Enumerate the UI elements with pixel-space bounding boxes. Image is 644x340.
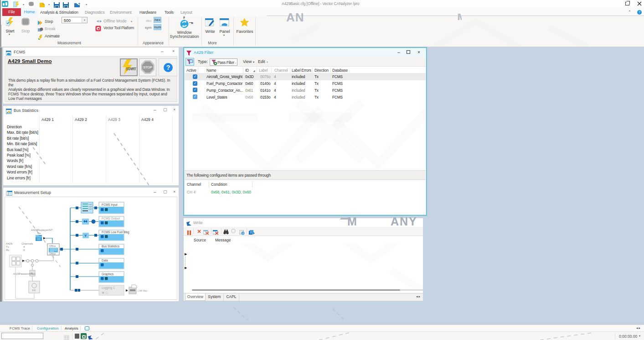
svg-text:Channels: Channels — [21, 242, 33, 245]
svg-text:4: 4 — [23, 246, 25, 248]
svg-text:100: 100 — [32, 289, 36, 292]
svg-text:cap1: cap1 — [88, 208, 93, 210]
svg-text:▣ ◻: ▣ ◻ — [102, 291, 108, 294]
svg-text:Graphics: Graphics — [102, 272, 114, 276]
svg-text:A429: A429 — [6, 242, 13, 245]
svg-text:Offline: Offline — [49, 252, 56, 255]
svg-text:file: file — [37, 232, 41, 235]
svg-text:0: 0 — [23, 249, 25, 251]
svg-text:(.blf file): (.blf file) — [138, 289, 147, 292]
svg-text:Offline: Offline — [49, 245, 56, 247]
svg-text:Data: Data — [102, 259, 108, 262]
svg-text:START: START — [126, 67, 137, 71]
svg-text:Rx: Rx — [6, 249, 9, 251]
svg-text:FCMS Low Fuel Msg: FCMS Low Fuel Msg — [102, 230, 129, 234]
svg-text:FCMS Input: FCMS Input — [102, 203, 118, 207]
svg-text:A429PasswordFiles: A429PasswordFiles — [13, 272, 36, 275]
svg-text:Y: Y — [84, 234, 87, 238]
svg-text:Logging 1: Logging 1 — [102, 286, 115, 290]
svg-text:STOP: STOP — [143, 65, 153, 69]
svg-text:FCMS Output: FCMS Output — [102, 217, 120, 220]
svg-text:Tx: Tx — [6, 246, 9, 248]
svg-text:Bus Statistics: Bus Statistics — [102, 245, 120, 248]
svg-text:A429ReplayerIST: A429ReplayerIST — [31, 229, 53, 231]
